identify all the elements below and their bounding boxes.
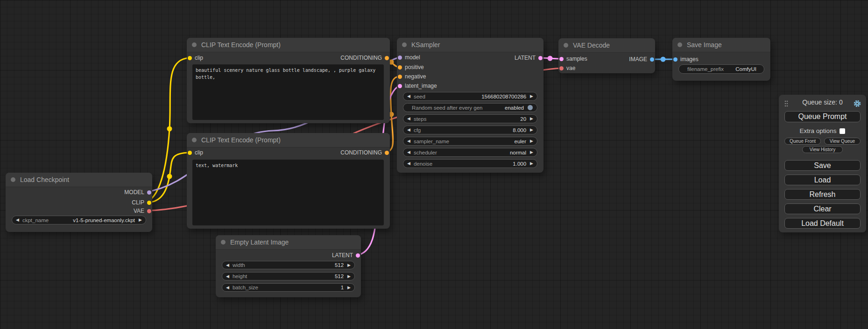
decrement-arrow-icon[interactable]: ◀ [226,286,229,290]
seed-widget[interactable]: ◀ seed 156680208700286 ▶ [403,92,537,101]
refresh-button[interactable]: Refresh [784,189,861,200]
vae-port-dot[interactable] [147,209,151,213]
decrement-arrow-icon[interactable]: ◀ [16,218,19,222]
increment-arrow-icon[interactable]: ▶ [347,274,351,279]
conditioning-port-dot[interactable] [385,151,389,155]
batch-size-widget[interactable]: ◀ batch_size 1 ▶ [222,283,355,292]
output-port-latent[interactable]: LATENT [515,54,543,62]
load-default-button[interactable]: Load Default [784,218,861,229]
input-port-negative[interactable]: negative [398,72,426,81]
prompt-textarea[interactable]: beautiful scenery nature glass bottle la… [192,64,384,120]
output-port-model[interactable]: MODEL [124,188,151,196]
decrement-arrow-icon[interactable]: ◀ [407,128,410,132]
clear-button[interactable]: Clear [784,203,861,214]
latent-port-dot[interactable] [538,56,543,60]
queue-front-button[interactable]: Queue Front [784,138,821,145]
toggle-dot-icon[interactable] [528,105,533,110]
settings-gear-icon[interactable] [853,99,861,110]
output-port-latent[interactable]: LATENT [332,251,360,259]
input-port-images[interactable]: images [673,55,699,63]
decrement-arrow-icon[interactable]: ◀ [407,150,410,154]
node-title: KSampler [411,41,440,49]
collapse-dot[interactable] [192,42,197,47]
decrement-arrow-icon[interactable]: ◀ [407,94,410,98]
save-button[interactable]: Save [784,160,861,171]
widget-value: 1.000 [513,161,526,167]
sampler-name-widget[interactable]: ◀ sampler_name euler ▶ [403,137,537,146]
conditioning-port-dot[interactable] [385,56,389,60]
load-button[interactable]: Load [784,175,861,185]
scheduler-widget[interactable]: ◀ scheduler normal ▶ [403,148,537,157]
node-load-checkpoint[interactable]: Load Checkpoint MODEL CLIP VAE ◀ ckpt_na… [6,173,152,232]
input-port-positive[interactable]: positive [398,63,424,71]
input-port-model[interactable]: model [398,53,420,62]
input-port-vae[interactable]: vae [559,64,575,72]
denoise-widget[interactable]: ◀ denoise 1.000 ▶ [403,159,537,168]
collapse-dot[interactable] [192,138,197,142]
node-vae-decode[interactable]: VAE Decode samples vae IMAGE [558,38,655,73]
latent-port-dot[interactable] [398,84,402,88]
increment-arrow-icon[interactable]: ▶ [139,218,142,222]
clip-port-dot[interactable] [188,56,192,60]
output-port-clip[interactable]: CLIP [132,198,151,207]
port-label: positive [405,64,424,70]
node-ksampler[interactable]: KSampler model positive negative latent_… [397,38,543,173]
increment-arrow-icon[interactable]: ▶ [530,150,533,154]
conditioning-port-dot[interactable] [398,75,402,79]
conditioning-port-dot[interactable] [398,65,402,70]
collapse-dot[interactable] [11,177,15,182]
decrement-arrow-icon[interactable]: ◀ [407,161,410,166]
model-port-dot[interactable] [147,190,151,195]
node-empty-latent-image[interactable]: Empty Latent Image LATENT ◀ width 512 ▶ … [216,235,361,297]
prompt-textarea[interactable]: text, watermark [192,160,384,225]
node-clip-text-encode-negative[interactable]: CLIP Text Encode (Prompt) clip CONDITION… [187,133,390,229]
increment-arrow-icon[interactable]: ▶ [530,139,533,143]
image-port-dot[interactable] [650,57,654,62]
output-port-conditioning[interactable]: CONDITIONING [340,54,389,62]
input-port-latent-image[interactable]: latent_image [398,82,437,90]
decrement-arrow-icon[interactable]: ◀ [407,139,410,143]
collapse-dot[interactable] [564,43,568,48]
collapse-dot[interactable] [221,240,226,245]
widget-label: seed [414,94,425,99]
clip-port-dot[interactable] [188,151,192,155]
height-widget[interactable]: ◀ height 512 ▶ [222,272,355,280]
image-port-dot[interactable] [673,57,677,62]
increment-arrow-icon[interactable]: ▶ [347,286,351,290]
extra-options-checkbox[interactable] [840,128,845,134]
node-save-image[interactable]: Save Image images filename_prefix ComfyU… [672,38,770,81]
latent-port-dot[interactable] [356,253,360,258]
steps-widget[interactable]: ◀ steps 20 ▶ [403,114,537,123]
decrement-arrow-icon[interactable]: ◀ [226,263,229,267]
latent-port-dot[interactable] [559,57,564,61]
input-port-samples[interactable]: samples [559,55,587,63]
increment-arrow-icon[interactable]: ▶ [347,263,351,267]
input-port-clip[interactable]: clip [188,148,203,157]
width-widget[interactable]: ◀ width 512 ▶ [222,261,355,269]
cfg-widget[interactable]: ◀ cfg 8.000 ▶ [403,126,537,134]
model-port-dot[interactable] [398,56,402,60]
output-port-conditioning[interactable]: CONDITIONING [340,148,389,157]
input-port-clip[interactable]: clip [188,54,203,62]
random-seed-toggle-widget[interactable]: Random seed after every gen enabled [403,103,537,112]
filename-prefix-widget[interactable]: filename_prefix ComfyUI [678,64,764,74]
collapse-dot[interactable] [402,42,407,47]
increment-arrow-icon[interactable]: ▶ [530,128,533,132]
ckpt-name-widget[interactable]: ◀ ckpt_name v1-5-pruned-emaonly.ckpt ▶ [12,216,146,224]
collapse-dot[interactable] [677,42,682,47]
view-history-button[interactable]: View History [802,146,843,153]
decrement-arrow-icon[interactable]: ◀ [226,274,229,279]
view-queue-button[interactable]: View Queue [824,138,861,145]
increment-arrow-icon[interactable]: ▶ [530,161,533,166]
decrement-arrow-icon[interactable]: ◀ [407,117,410,121]
increment-arrow-icon[interactable]: ▶ [530,94,533,98]
output-port-vae[interactable]: VAE [134,207,151,215]
widget-value: normal [510,150,526,155]
vae-port-dot[interactable] [559,66,564,70]
clip-port-dot[interactable] [147,201,151,205]
queue-prompt-button[interactable]: Queue Prompt [784,111,861,122]
output-port-image[interactable]: IMAGE [629,55,654,63]
node-graph-canvas[interactable]: Load Checkpoint MODEL CLIP VAE ◀ ckpt_na… [0,0,868,329]
increment-arrow-icon[interactable]: ▶ [530,117,533,121]
node-clip-text-encode-positive[interactable]: CLIP Text Encode (Prompt) clip CONDITION… [187,38,390,123]
